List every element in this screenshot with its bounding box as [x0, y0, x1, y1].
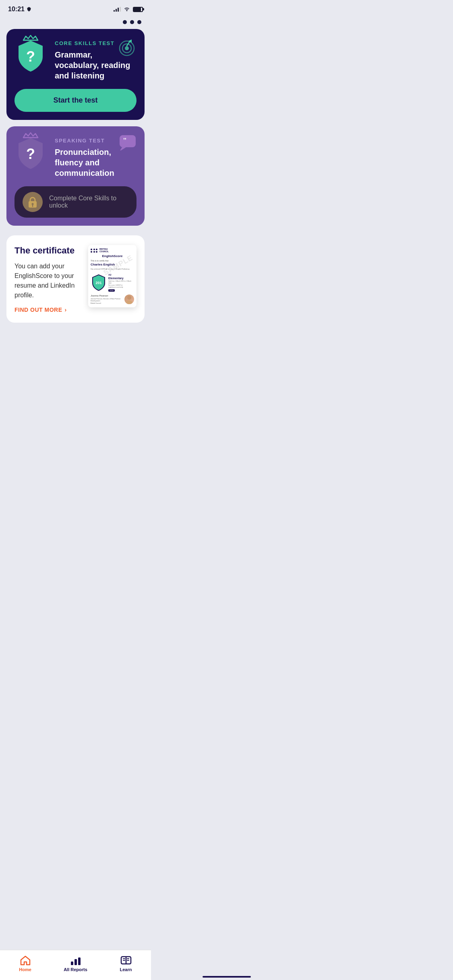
cert-badges-row: Verified: [108, 289, 134, 292]
cert-verified-badge: Verified: [108, 289, 115, 292]
svg-rect-7: [120, 135, 136, 147]
cert-cefr-info: A2 Elementary Valid from: 1 March 2021 t…: [108, 274, 134, 292]
pagination-dots: [0, 16, 151, 29]
dot-1: [123, 20, 127, 24]
speaking-card: ? SPEAKING TEST Pronunciation, fluency a…: [6, 126, 145, 226]
dot-2: [130, 20, 134, 24]
core-crown-icon: [23, 35, 39, 43]
cert-dates: Valid from: 1 March 2021 to: 1 March 202…: [108, 280, 134, 288]
dot-3: [137, 20, 141, 24]
cert-signer-info: Joanna Pearson, Director of New Product …: [91, 298, 123, 305]
time-display: 10:21: [8, 6, 25, 13]
lock-icon: [23, 192, 43, 212]
speech-bubble-icon: ": [119, 134, 137, 152]
british-council-logo: [91, 249, 98, 253]
cert-logo-text: BRITISHCOUNCIL: [99, 248, 109, 253]
status-bar: 10:21: [0, 0, 151, 16]
cert-cefr-name: Elementary: [108, 277, 134, 280]
battery-icon: [133, 7, 143, 12]
core-skills-header: ? CORE SKILLS TEST Grammar, vocabulary, …: [14, 39, 137, 81]
find-out-more-link[interactable]: FIND OUT MORE ›: [14, 307, 82, 313]
cert-score-number: 201: [95, 281, 101, 285]
core-shield-container: ?: [14, 39, 47, 75]
cert-signature-area: Joanna Pearson Joanna Pearson, Director …: [91, 294, 123, 305]
speaking-header: ? SPEAKING TEST Pronunciation, fluency a…: [14, 136, 137, 178]
cert-shield-badge: 201: [91, 274, 107, 292]
cert-signature: Joanna Pearson: [91, 294, 123, 297]
core-shield-icon: ?: [14, 39, 47, 75]
wifi-icon: [123, 6, 130, 13]
cert-logo-area: BRITISHCOUNCIL: [91, 248, 134, 253]
certificate-section: The certificate You can add your English…: [6, 235, 145, 323]
status-time: 10:21: [8, 6, 32, 13]
svg-text:": ": [123, 137, 127, 145]
certificate-title: The certificate: [14, 245, 82, 257]
status-icons: [114, 6, 143, 13]
certificate-description: You can add your EnglishScore to your re…: [14, 261, 82, 300]
main-content: ? CORE SKILLS TEST Grammar, vocabulary, …: [0, 29, 151, 369]
target-icon: [117, 37, 137, 58]
svg-point-14: [126, 301, 132, 304]
start-test-button[interactable]: Start the test: [14, 89, 137, 112]
cert-photo: [124, 294, 134, 304]
location-icon: [26, 6, 32, 12]
speaking-shield-container: ?: [14, 136, 47, 172]
svg-marker-8: [120, 147, 126, 150]
speaking-crown-icon: [23, 132, 39, 140]
cert-cefr-level: A2: [108, 274, 134, 276]
find-out-more-label: FIND OUT MORE: [14, 307, 62, 313]
signal-icon: [114, 7, 121, 12]
unlock-label: Complete Core Skills to unlock: [49, 195, 128, 209]
speaking-shield-icon: ?: [14, 136, 47, 172]
cert-bottom-area: Joanna Pearson Joanna Pearson, Director …: [91, 294, 134, 305]
svg-point-13: [127, 296, 131, 300]
speaking-shield-question-mark: ?: [26, 146, 35, 163]
unlock-button: Complete Core Skills to unlock: [14, 186, 137, 218]
bottom-padding: [6, 329, 145, 369]
arrow-right-icon: ›: [65, 307, 67, 313]
certificate-text: The certificate You can add your English…: [14, 245, 82, 313]
shield-question-mark: ?: [26, 48, 35, 65]
svg-point-3: [125, 46, 129, 50]
core-skills-card: ? CORE SKILLS TEST Grammar, vocabulary, …: [6, 29, 145, 120]
cert-badge-area: 201 A2 Elementary Valid from: 1 March 20…: [91, 274, 134, 292]
certificate-preview: BRITISHCOUNCIL EnglishScore This is to c…: [88, 245, 137, 307]
